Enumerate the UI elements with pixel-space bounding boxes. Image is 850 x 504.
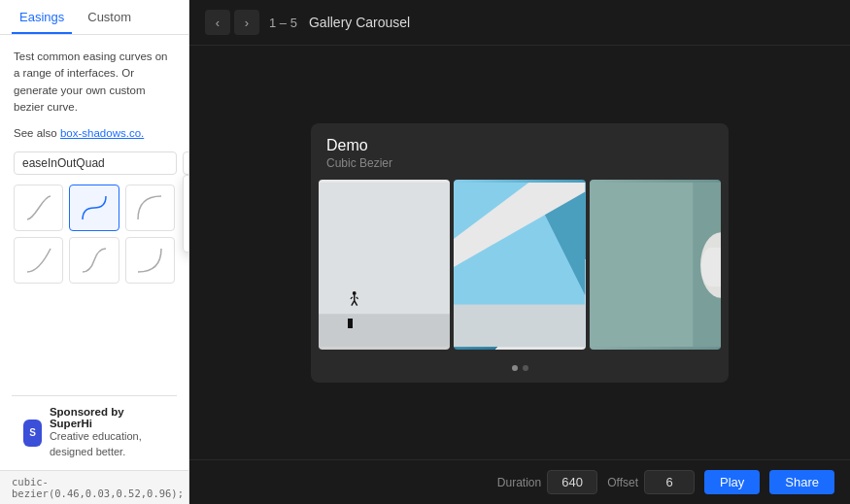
svg-rect-1 (319, 314, 450, 347)
main-content: ‹ › 1 – 5 Gallery Carousel Demo Cubic Be… (189, 0, 850, 504)
tab-custom[interactable]: Custom (80, 0, 139, 34)
sidebar-description: Test common easing curves on a range of … (14, 49, 175, 116)
sidebar-footer: S Sponsored by SuperHi Creative educatio… (12, 395, 177, 469)
bottom-toolbar: Duration Offset Play Share (189, 459, 850, 504)
sidebar-see-also: See also box-shadows.co. (14, 125, 175, 142)
nav-arrows: ‹ › (205, 10, 259, 35)
offset-input[interactable] (644, 470, 695, 494)
curve-cell-4[interactable] (14, 237, 63, 284)
tab-easings[interactable]: Easings (12, 0, 72, 34)
svg-point-2 (353, 291, 357, 295)
share-button[interactable]: Share (769, 470, 834, 494)
nav-next-button[interactable]: › (234, 10, 259, 35)
curve-cell-2[interactable] (69, 185, 119, 231)
curve-dropdown-button[interactable]: easeInOut (183, 151, 188, 175)
sidebar-content: Test common easing curves on a range of … (0, 35, 188, 387)
offset-label: Offset (607, 476, 638, 489)
svg-rect-11 (454, 304, 585, 346)
box-shadows-link[interactable]: box-shadows.co. (60, 127, 144, 139)
app-layout: Easings Custom Test common easing curves… (0, 0, 850, 504)
dropdown-item-easeIn[interactable]: easeIn (184, 201, 188, 226)
curve-name-input[interactable] (14, 151, 177, 175)
gallery-image-teal (590, 180, 721, 350)
gallery-image-snow (319, 180, 450, 350)
page-info: 1 – 5 (269, 16, 297, 30)
play-button[interactable]: Play (704, 470, 760, 494)
duration-field: Duration (497, 470, 597, 494)
dot-2 (523, 365, 528, 371)
duration-label: Duration (497, 476, 541, 489)
demo-card-header: Demo Cubic Bezier (311, 123, 729, 180)
curve-cell-3[interactable] (125, 185, 175, 231)
css-output: cubic-bezier(0.46,0.03,0.52,0.96); (0, 470, 188, 504)
gallery-image-blue (454, 180, 585, 350)
demo-card: Demo Cubic Bezier (311, 123, 729, 383)
demo-gallery (311, 180, 729, 357)
nav-prev-button[interactable]: ‹ (205, 10, 230, 35)
curve-cell-6[interactable] (125, 237, 175, 284)
main-header: ‹ › 1 – 5 Gallery Carousel (189, 0, 850, 46)
sponsor-logo: S (23, 420, 42, 447)
svg-rect-13 (693, 182, 721, 346)
sidebar-tabs: Easings Custom (0, 0, 188, 35)
dropdown-item-easeOut[interactable]: easeOut (184, 226, 188, 252)
sidebar: Easings Custom Test common easing curves… (0, 0, 189, 504)
curve-dropdown: easeInOut easeInOut easeIn easeOut (183, 151, 188, 175)
curve-cell-1[interactable] (14, 185, 63, 231)
dot-1 (512, 365, 518, 371)
demo-card-subtitle: Cubic Bezier (326, 156, 713, 170)
demo-card-title: Demo (326, 137, 713, 154)
curve-selector-row: easeInOut easeInOut easeIn easeOut (14, 151, 175, 175)
demo-dots (311, 357, 729, 383)
duration-input[interactable] (547, 470, 597, 494)
offset-field: Offset (607, 470, 695, 494)
page-title: Gallery Carousel (309, 15, 410, 30)
dropdown-item-easeInOut[interactable]: easeInOut (184, 176, 188, 201)
sponsor-info: Sponsored by SuperHi Creative education,… (50, 406, 165, 459)
curve-grid (14, 185, 175, 284)
dropdown-menu: easeInOut easeIn easeOut (183, 175, 188, 252)
sponsor-name: Sponsored by SuperHi (50, 406, 165, 429)
sponsor-description: Creative education, designed better. (50, 429, 165, 459)
demo-area: Demo Cubic Bezier (189, 46, 850, 459)
curve-cell-5[interactable] (69, 237, 119, 284)
